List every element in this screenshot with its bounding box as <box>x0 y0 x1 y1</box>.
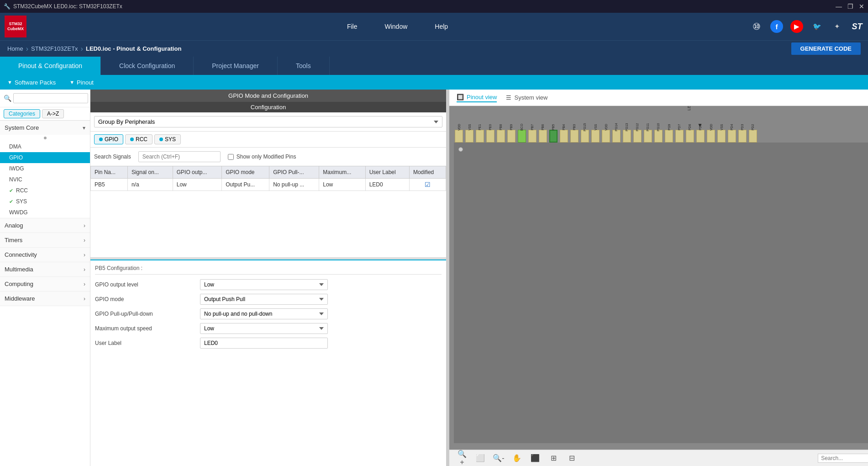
pin-pg10[interactable]: PG10 <box>653 126 663 143</box>
title-bar-left: 🔧 STM32CubeMX LED0.ioc: STM32F103ZETx <box>4 3 122 10</box>
pin-pb5-highlighted[interactable]: PB5 <box>548 126 558 143</box>
gpio-mode-select[interactable]: Output Push Pull <box>200 294 328 305</box>
pin-pe0[interactable]: PE0 <box>485 126 495 143</box>
section-system-core-header[interactable]: System Core ▾ <box>0 121 90 135</box>
youtube-icon[interactable]: ▶ <box>790 20 803 33</box>
section-computing-header[interactable]: Computing › <box>0 277 90 291</box>
grid-button[interactable]: ⊞ <box>548 453 559 464</box>
sub-tab-pinout[interactable]: ▼ Pinout <box>69 79 94 86</box>
pin-bco[interactable]: BCO <box>517 126 527 143</box>
section-timers-header[interactable]: Timers › <box>0 233 90 247</box>
pin-vss[interactable]: VSS <box>464 126 474 143</box>
filter-az[interactable]: A->Z <box>42 109 64 118</box>
logo-box[interactable]: STM32CubeMX <box>5 16 26 37</box>
sidebar-item-wwdg[interactable]: WWDG <box>0 207 90 218</box>
pin-vss3[interactable]: VSS <box>716 126 726 143</box>
tab-pinout-config[interactable]: Pinout & Configuration <box>0 57 101 75</box>
minimize-btn[interactable]: — <box>836 3 842 10</box>
pin-vdd[interactable]: VDD <box>454 126 464 143</box>
gpio-output-level-select[interactable]: Low <box>200 279 328 290</box>
pin-pb4[interactable]: PB4 <box>559 126 569 143</box>
tab-tools[interactable]: Tools <box>278 57 330 75</box>
close-btn[interactable]: ✕ <box>859 3 864 10</box>
sidebar-search-input[interactable] <box>13 93 88 103</box>
select-area-button[interactable]: ⬛ <box>530 453 541 464</box>
breadcrumb-home[interactable]: Home <box>7 45 23 52</box>
filter-categories[interactable]: Categories <box>4 109 40 118</box>
menu-help[interactable]: Help <box>421 13 462 40</box>
menu-file[interactable]: File <box>333 13 371 40</box>
zoom-in-button[interactable]: 🔍+ <box>457 453 468 464</box>
section-analog-header[interactable]: Analog › <box>0 218 90 233</box>
pan-button[interactable]: ✋ <box>511 453 522 464</box>
show-modified-checkbox[interactable] <box>228 154 234 160</box>
gpio-pull-select[interactable]: No pull-up and no pull-down <box>200 308 328 319</box>
pin-pb6-2[interactable]: PB6 <box>538 126 548 143</box>
pin-pb7[interactable]: PB7 <box>527 126 537 143</box>
pinout-search-input[interactable] <box>818 454 868 463</box>
section-multimedia-header[interactable]: Multimedia › <box>0 262 90 276</box>
tab-btn-gpio[interactable]: GPIO <box>94 134 123 144</box>
generate-code-button[interactable]: GENERATE CODE <box>791 42 861 55</box>
breadcrumb-device[interactable]: STM32F103ZETx <box>31 45 78 52</box>
col-gpio-output[interactable]: GPIO outp... <box>173 166 221 179</box>
pin-pg9[interactable]: PG9 <box>664 126 674 143</box>
pin-pd6[interactable]: PD6 <box>685 126 695 143</box>
pin-pg12[interactable]: PG12 <box>632 126 642 143</box>
sidebar-item-dma[interactable]: DMA <box>0 141 90 152</box>
pin-pb9[interactable]: PB9 <box>506 126 516 143</box>
col-gpio-pull[interactable]: GPIO Pull-... <box>269 166 319 179</box>
sidebar-item-gpio[interactable]: GPIO <box>0 152 90 163</box>
pin-vdd3[interactable]: VDD <box>706 126 716 143</box>
tab-project-manager[interactable]: Project Manager <box>194 57 278 75</box>
sidebar-item-iwdg[interactable]: IWDG <box>0 163 90 174</box>
col-maximum[interactable]: Maximum... <box>319 166 365 179</box>
system-view-tab[interactable]: ☰ System view <box>506 93 547 102</box>
pin-pg14[interactable]: PG14 <box>611 126 621 143</box>
pin-pd4[interactable]: PD4 <box>727 126 737 143</box>
sidebar-item-sys[interactable]: ✔ SYS <box>0 196 90 207</box>
signals-search-input[interactable] <box>138 151 221 162</box>
pin-pg11[interactable]: PG11 <box>643 126 653 143</box>
col-signal-on[interactable]: Signal on... <box>127 166 173 179</box>
pin-vdd2[interactable]: VDD <box>601 126 611 143</box>
col-modified[interactable]: Modified <box>409 166 446 179</box>
max-speed-select[interactable]: Low <box>200 323 328 334</box>
tab-btn-rcc[interactable]: RCC <box>125 134 153 144</box>
sidebar-item-rcc[interactable]: ✔ RCC <box>0 185 90 196</box>
user-label-input[interactable] <box>200 338 328 349</box>
facebook-icon[interactable]: f <box>770 20 783 33</box>
pin-pb3[interactable]: PB3 <box>569 126 579 143</box>
table-row[interactable]: PB5 n/a Low Output Pu... No pull-up ... … <box>91 179 446 191</box>
tab-btn-sys[interactable]: SYS <box>154 134 181 144</box>
twitter-icon[interactable]: 🐦 <box>810 20 823 33</box>
sidebar-item-nvic[interactable]: NVIC <box>0 174 90 185</box>
tab-clock-config[interactable]: Clock Configuration <box>101 57 194 75</box>
col-pin-name[interactable]: Pin Na... <box>91 166 128 179</box>
group-by-select[interactable]: Group By Peripherals <box>94 116 442 127</box>
pb5-config-title: PB5 Configuration : <box>95 265 442 275</box>
table-view-button[interactable]: ⊟ <box>566 453 577 464</box>
sub-tab-software-packs[interactable]: ▼ Software Packs <box>7 79 56 86</box>
sys-label: SYS <box>16 198 27 205</box>
menu-window[interactable]: Window <box>371 13 421 40</box>
pin-pd2[interactable]: PD2 <box>748 126 758 143</box>
pin-vss2[interactable]: VSS <box>590 126 600 143</box>
pin-pg15[interactable]: PG15 <box>580 126 590 143</box>
pin-pg13[interactable]: PG13 <box>622 126 632 143</box>
zoom-out-button[interactable]: 🔍- <box>493 453 504 464</box>
pin-pd3[interactable]: PD3 <box>737 126 747 143</box>
section-middleware-header[interactable]: Middleware › <box>0 291 90 306</box>
col-gpio-mode[interactable]: GPIO mode <box>222 166 269 179</box>
pinout-view-tab[interactable]: 🔲 Pinout view <box>457 93 497 102</box>
section-connectivity-header[interactable]: Connectivity › <box>0 248 90 262</box>
pin-pd7[interactable]: PD7 <box>674 126 684 143</box>
fit-button[interactable]: ⬜ <box>475 453 486 464</box>
restore-btn[interactable]: ❐ <box>847 3 853 10</box>
pin-pb8[interactable]: PB8 <box>496 126 506 143</box>
search-signals-label: Search Signals <box>94 154 131 160</box>
pin-pe1[interactable]: PE1 <box>475 126 485 143</box>
network-icon[interactable]: ✦ <box>831 20 843 33</box>
col-user-label[interactable]: User Label <box>365 166 409 179</box>
st-icon[interactable]: ST <box>851 20 863 33</box>
